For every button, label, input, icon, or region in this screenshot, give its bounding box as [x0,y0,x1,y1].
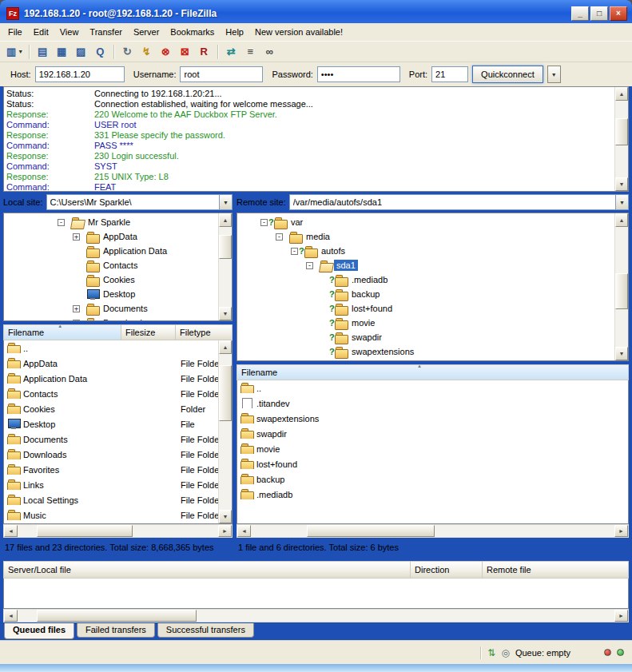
tree-item[interactable]: - ? autofs [239,244,614,258]
scroll-up-icon[interactable]: ▲ [615,213,628,227]
tree-expander[interactable]: + [73,233,80,241]
tree-item[interactable]: + Downloads [6,316,217,321]
scroll-up-icon[interactable]: ▲ [219,213,232,227]
menu-item[interactable]: Bookmarks [165,25,220,39]
file-row[interactable]: swapdir [237,426,628,441]
menu-item[interactable]: Help [220,25,249,39]
file-row[interactable]: movie [237,441,628,456]
synchronized-browsing-icon[interactable]: ⇄ [222,43,241,61]
queue-tab[interactable]: Successful transfers [157,623,254,638]
tree-expander[interactable]: + [73,320,80,322]
scroll-up-icon[interactable]: ▲ [615,87,628,101]
tree-item[interactable]: ? movie [239,316,614,330]
tree-item[interactable]: ? swapextensions [239,344,614,359]
file-row[interactable]: Favorites File Folder [4,462,218,477]
file-row[interactable]: lost+found [237,456,628,471]
toggle-local-tree-icon[interactable]: ▦ [53,43,72,61]
quickconnect-button[interactable]: Quickconnect [472,66,543,83]
scroll-down-icon[interactable]: ▼ [615,177,628,191]
tree-item[interactable]: - media [239,229,614,244]
file-row[interactable]: Contacts File Folder [4,386,218,401]
minimize-button[interactable]: _ [571,6,589,21]
filter-status-icon[interactable]: ◎ [501,647,509,658]
remote-site-combobox[interactable]: ▼ [289,194,629,210]
toolbar-separator[interactable] [113,45,115,59]
scroll-right-icon[interactable]: ► [614,525,628,537]
port-input[interactable] [431,66,468,82]
tree-item[interactable]: Application Data [6,244,217,258]
cancel-icon[interactable]: ⊗ [157,43,176,61]
scroll-thumb[interactable] [615,273,628,309]
file-row[interactable]: Application Data File Folder [4,371,218,386]
toolbar-separator[interactable] [217,45,219,59]
scroll-thumb[interactable] [219,365,232,421]
menu-item[interactable]: File [2,25,28,39]
host-input[interactable] [35,66,125,82]
local-list-horizontal-scrollbar[interactable]: ◄ ► [3,524,233,538]
tree-expander[interactable]: - [306,262,313,269]
scroll-down-icon[interactable]: ▼ [219,307,232,320]
menu-item[interactable]: New version available! [249,25,348,39]
file-row[interactable]: Music File Folder [4,507,218,523]
speed-limit-icon[interactable]: ⇅ [487,647,495,658]
column-header-filesize[interactable]: Filesize [121,324,176,340]
tree-expander[interactable]: - [291,248,298,255]
tree-item[interactable]: - sda1 [239,258,614,272]
quickconnect-dropdown-button[interactable]: ▼ [547,66,561,83]
local-site-path-input[interactable] [47,195,219,209]
tree-item[interactable]: - Mr Sparkle [6,215,217,229]
tree-expander[interactable]: - [58,219,65,226]
disconnect-icon[interactable]: ⊠ [176,43,195,61]
file-row[interactable]: Downloads File Folder [4,447,218,462]
tree-expander[interactable]: - [260,219,268,226]
username-input[interactable] [180,66,263,82]
file-row[interactable]: Documents File Folder [4,431,218,447]
tree-item[interactable]: - ? var [239,215,614,229]
file-row[interactable]: .. [237,380,628,396]
tree-item[interactable]: Desktop [6,287,217,301]
local-site-combobox[interactable]: ▼ [46,194,233,210]
scroll-thumb[interactable] [37,525,133,537]
scroll-left-icon[interactable]: ◄ [4,610,18,622]
tree-item[interactable]: ? backup [239,287,614,301]
column-header-direction[interactable]: Direction [411,561,483,579]
toggle-queue-icon[interactable]: Q [91,43,110,61]
tree-item[interactable]: ? swapdir [239,330,614,344]
tree-item[interactable]: Cookies [6,272,217,287]
toggle-remote-tree-icon[interactable]: ▨ [72,43,91,61]
scroll-right-icon[interactable]: ► [218,525,232,537]
scroll-thumb[interactable] [37,610,197,622]
scroll-right-icon[interactable]: ► [614,610,628,622]
scroll-left-icon[interactable]: ◄ [4,525,18,537]
menu-item[interactable]: Edit [28,25,54,39]
queue-tab[interactable]: Failed transfers [77,623,155,638]
scroll-up-icon[interactable]: ▲ [219,340,232,354]
tree-item[interactable]: ? .mediadb [239,272,614,287]
password-input[interactable] [317,66,400,82]
file-row[interactable]: Cookies Folder [4,401,218,416]
queue-tab[interactable]: Queued files [4,623,74,639]
log-vertical-scrollbar[interactable]: ▲ ▼ [614,87,628,191]
local-tree-vertical-scrollbar[interactable]: ▲ ▼ [218,213,232,320]
directory-comparison-icon[interactable]: ≡ [241,43,260,61]
menu-item[interactable]: Transfer [84,25,128,39]
maximize-button[interactable]: □ [590,6,608,21]
file-row[interactable]: Desktop File [4,416,218,431]
tree-item[interactable]: + Documents [6,301,217,316]
file-row[interactable]: .. [4,340,218,356]
tree-item[interactable]: ? lost+found [239,301,614,316]
toggle-message-log-icon[interactable]: ▤ [34,43,53,61]
combobox-dropdown-icon[interactable]: ▼ [219,195,232,209]
file-row[interactable]: backup [237,471,628,487]
close-button[interactable]: × [610,6,627,21]
file-row[interactable]: Links File Folder [4,477,218,492]
process-queue-icon[interactable]: ↯ [137,43,157,61]
column-header-filetype[interactable]: Filetype [176,324,233,340]
scroll-down-icon[interactable]: ▼ [615,347,628,360]
tree-item[interactable]: + AppData [6,229,217,244]
remote-tree-vertical-scrollbar[interactable]: ▲ ▼ [614,213,628,360]
file-row[interactable]: .titandev [237,396,628,411]
scroll-thumb[interactable] [219,235,232,259]
column-header-remote-file[interactable]: Remote file [483,561,629,579]
file-row[interactable]: AppData File Folder [4,356,218,371]
